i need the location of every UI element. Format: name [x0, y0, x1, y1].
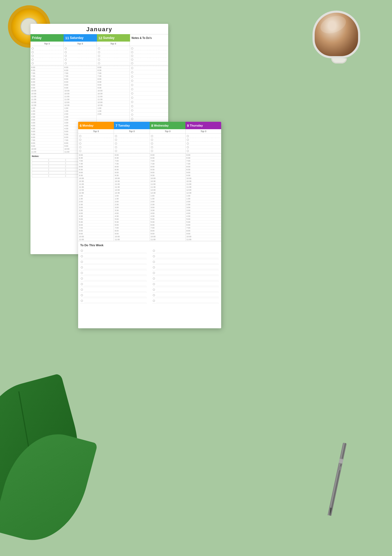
thursday-label: Thursday: [190, 124, 203, 127]
sun-200: 2:00: [97, 113, 130, 115]
friday-top5-item-3: [32, 54, 62, 58]
wed-top5-items: [150, 134, 186, 153]
sat-830: 8:30: [64, 80, 96, 83]
friday-1000: 10:00: [30, 89, 63, 92]
notes-todo-items: [130, 46, 168, 66]
sat-730: 7:30: [64, 75, 96, 78]
sun-730: 7:30: [97, 75, 130, 78]
tue-item-5: [115, 149, 148, 153]
sun-1230: 12:30: [97, 104, 130, 107]
mon-top5-items: [78, 134, 114, 153]
friday-600: 6:00: [30, 66, 63, 69]
sat-230: 2:30: [64, 115, 96, 118]
coffee-cup-decoration: [313, 11, 366, 69]
note-circle-5: [130, 83, 168, 87]
wed-top5-label: Top 5: [150, 129, 186, 133]
friday-top5-item-2: [32, 50, 62, 54]
sat-200: 2:00: [64, 113, 96, 115]
sat-130: 1:30: [64, 110, 96, 113]
monday-times: 6:00 6:30 7:00 7:30 8:00 8:30 9:00 9:30 …: [78, 154, 114, 241]
notes-header: Notes & To Do's: [130, 34, 168, 42]
friday-header: Friday: [30, 34, 64, 42]
sun-830: 8:30: [97, 80, 130, 83]
sun-1130: 11:30: [97, 98, 130, 101]
saturday-top5-item-2: [65, 50, 95, 54]
friday-430: 4:30: [30, 127, 63, 130]
friday-times: 6:00 6:30 7:00 7:30 8:00 8:30 9:00 9:30 …: [30, 66, 64, 153]
todo-r-4: [152, 265, 219, 270]
thu-item-5: [187, 149, 220, 153]
sun-600: 6:00: [97, 66, 130, 69]
mon-item-2: [79, 138, 113, 142]
saturday-top5-item-1: [65, 47, 95, 50]
tuesday-label: Tuesday: [118, 124, 130, 127]
friday-300: 3:00: [30, 118, 63, 121]
back-top5-row: Top 5 Top 5 Top 5: [30, 42, 168, 46]
notes-item-5: [131, 61, 167, 65]
friday-800: 8:00: [30, 78, 63, 80]
wednesday-header: 8 Wednesday: [150, 122, 185, 129]
sat-1100: 11:00: [64, 95, 96, 98]
sun-700: 7:00: [97, 72, 130, 75]
wednesday-label: Wednesday: [154, 124, 168, 127]
notes-item-1: [131, 47, 167, 50]
front-day-headers: 6 Monday 7 Tuesday 8 Wednesday 9 Thursda…: [78, 122, 221, 129]
friday-label: Friday: [32, 36, 42, 40]
friday-800pm: 8:00: [30, 142, 63, 145]
todo-r-10: [152, 298, 219, 304]
sun-100: 1:00: [97, 107, 130, 110]
front-top5-labels: Top 5 Top 5 Top 5 Top 5: [78, 129, 221, 134]
back-page-day-headers: Friday 11 Saturday 12 Sunday Notes & To …: [30, 34, 168, 42]
monday-header: 6 Monday: [78, 122, 114, 129]
sun-630: 6:30: [97, 69, 130, 72]
saturday-top5-item-4: [65, 58, 95, 61]
saturday-top5-item-5: [65, 61, 95, 65]
friday-130: 1:30: [30, 110, 63, 113]
tuesday-num: 7: [115, 124, 117, 128]
friday-top5-item-1: [32, 47, 62, 50]
todo-l-1: [80, 248, 147, 254]
thursday-times: 6:00 6:30 7:00 7:30 8:00 8:30 9:00 9:30 …: [186, 154, 221, 241]
note-circle-8: [130, 96, 168, 100]
sunday-top5-item-4: [98, 58, 129, 61]
sun-1000: 10:00: [97, 89, 130, 92]
sat-1000: 10:00: [64, 89, 96, 92]
sun-900: 9:00: [97, 83, 130, 86]
notes-item-2: [131, 50, 167, 54]
todo-r-8: [152, 287, 219, 293]
friday-500: 5:00: [30, 130, 63, 133]
saturday-num: 11: [65, 36, 69, 40]
friday-530: 5:30: [30, 133, 63, 136]
todo-r-9: [152, 293, 219, 298]
front-time-area: 6:00 6:30 7:00 7:30 8:00 8:30 9:00 9:30 …: [78, 154, 221, 241]
thu-item-3: [187, 142, 220, 145]
note-circle-10: [130, 104, 168, 108]
wed-item-2: [151, 138, 184, 142]
friday-330: 3:30: [30, 121, 63, 124]
sun-1200: 12:00: [97, 101, 130, 104]
friday-1100: 11:00: [30, 95, 63, 98]
sat-100: 1:00: [64, 107, 96, 110]
wed-item-4: [151, 145, 184, 149]
sun-1100: 11:00: [97, 95, 130, 98]
tuesday-header: 7 Tuesday: [114, 122, 150, 129]
note-circle-6: [130, 87, 168, 91]
sunday-top5-item-5: [98, 61, 129, 65]
notes-top5-placeholder: [130, 42, 168, 46]
saturday-top5-item-3: [65, 54, 95, 58]
sat-1030: 10:30: [64, 92, 96, 95]
friday-900pm: 9:00: [30, 145, 63, 147]
note-circle-3: [130, 74, 168, 79]
friday-230: 2:30: [30, 115, 63, 118]
tue-item-4: [115, 145, 148, 149]
friday-730: 7:30: [30, 75, 63, 78]
saturday-top5-items: [64, 46, 97, 66]
sun-130: 1:30: [97, 110, 130, 113]
thu-top5-label: Top 5: [186, 129, 221, 133]
note-circle-11: [130, 108, 168, 113]
friday-630: 6:30: [30, 69, 63, 72]
saturday-label: Saturday: [70, 36, 83, 40]
monday-num: 6: [80, 124, 82, 128]
todo-left-col: [80, 248, 147, 304]
todo-l-5: [80, 270, 147, 276]
